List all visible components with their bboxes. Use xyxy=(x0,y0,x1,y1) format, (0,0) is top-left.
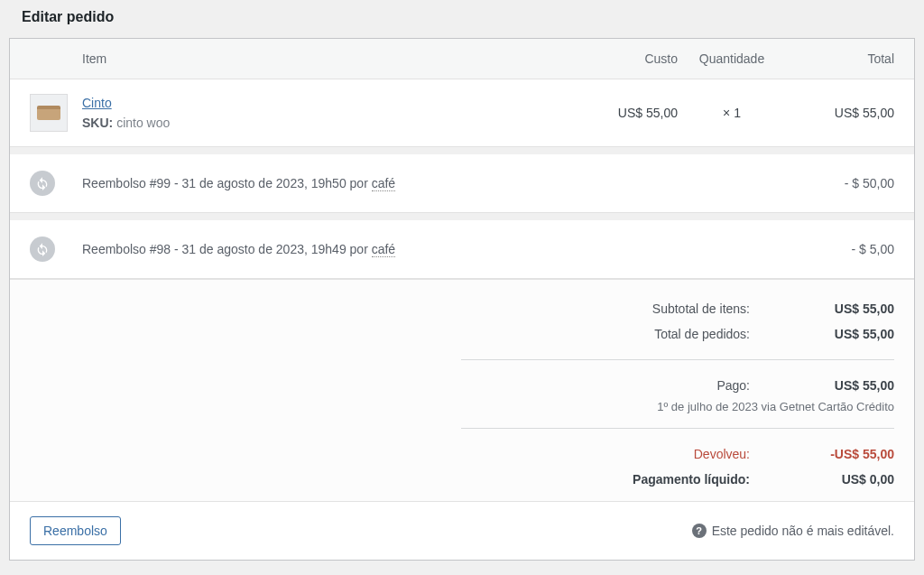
row-gap xyxy=(10,213,914,220)
refund-description: Reembolso #98 - 31 de agosto de 2023, 19… xyxy=(82,242,786,256)
refund-button[interactable]: Reembolso xyxy=(30,516,121,545)
not-editable-notice: ? Este pedido não é mais editável. xyxy=(692,524,894,538)
product-link[interactable]: Cinto xyxy=(82,96,112,110)
line-item-row: Cinto SKU: cinto woo US$ 55,00 × 1 US$ 5… xyxy=(10,79,914,147)
order-totals: Subtotal de itens: US$ 55,00 Total de pe… xyxy=(10,279,914,501)
header-cost: Custo xyxy=(569,51,678,66)
product-sku: SKU: cinto woo xyxy=(82,116,569,130)
refund-icon xyxy=(30,171,55,196)
refund-amount: - $ 5,00 xyxy=(786,242,894,256)
page-title: Editar pedido xyxy=(0,0,924,38)
items-header-row: Item Custo Quantidade Total xyxy=(10,39,914,79)
net-line: Pagamento líquido: US$ 0,00 xyxy=(461,467,894,492)
totals-separator xyxy=(461,359,894,360)
header-item: Item xyxy=(82,51,569,66)
product-thumbnail[interactable] xyxy=(30,94,68,132)
subtotal-line: Subtotal de itens: US$ 55,00 xyxy=(461,296,894,321)
header-total: Total xyxy=(786,51,894,66)
paid-line: Pago: US$ 55,00 xyxy=(461,373,894,398)
refund-amount: - $ 50,00 xyxy=(786,176,894,190)
line-total: US$ 55,00 xyxy=(786,106,894,120)
panel-footer: Reembolso ? Este pedido não é mais editá… xyxy=(10,501,914,560)
refund-row: Reembolso #99 - 31 de agosto de 2023, 19… xyxy=(10,154,914,213)
totals-separator xyxy=(461,428,894,429)
refund-description: Reembolso #99 - 31 de agosto de 2023, 19… xyxy=(82,176,786,190)
order-items-panel: Item Custo Quantidade Total Cinto SKU: c… xyxy=(9,38,915,561)
paid-meta: 1º de julho de 2023 via Getnet Cartão Cr… xyxy=(461,398,894,415)
line-cost: US$ 55,00 xyxy=(569,106,678,120)
header-qty: Quantidade xyxy=(678,51,786,66)
line-qty: × 1 xyxy=(678,106,786,120)
help-icon[interactable]: ? xyxy=(692,524,707,538)
refunded-line: Devolveu: -US$ 55,00 xyxy=(461,441,894,467)
refund-row: Reembolso #98 - 31 de agosto de 2023, 19… xyxy=(10,220,914,279)
row-gap xyxy=(10,147,914,154)
order-total-line: Total de pedidos: US$ 55,00 xyxy=(461,321,894,347)
refund-icon xyxy=(30,236,55,262)
